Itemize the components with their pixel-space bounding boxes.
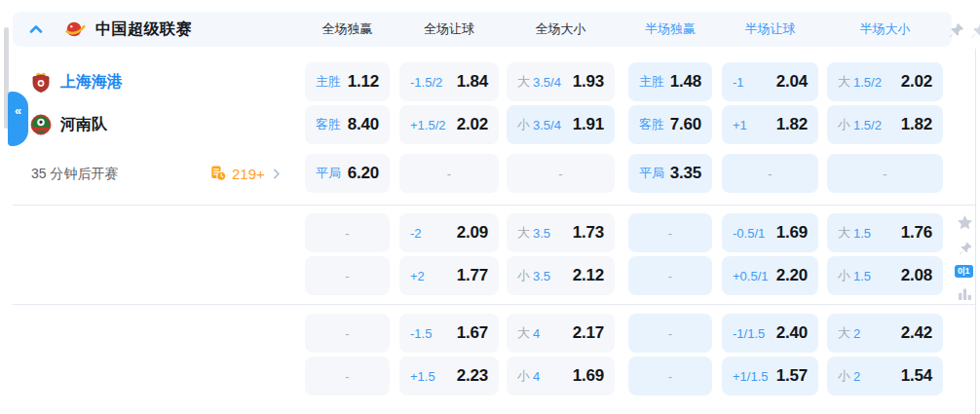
chevron-up-icon: [28, 21, 44, 37]
odds-cell-empty: -: [628, 213, 712, 252]
odds-row-alt-line: - -22.09 大3.51.73 - -0.5/11.69 大1.51.76: [13, 213, 952, 252]
odds-cell-empty: -: [628, 256, 712, 295]
column-header-half-1x2[interactable]: 半场独赢: [628, 12, 712, 47]
odds-cell-empty: -: [399, 154, 499, 193]
odds-cell-full-handicap-away[interactable]: +1.5/22.02: [399, 105, 499, 144]
kickoff-countdown: 35 分钟后开赛: [31, 166, 118, 183]
odds-cell-full-handicap-home[interactable]: -1.5/21.84: [399, 62, 499, 101]
column-header-full-overunder: 全场大小: [507, 12, 615, 47]
favorite-star-icon[interactable]: [956, 213, 974, 236]
score-corner-badge[interactable]: 0|1: [955, 265, 973, 278]
group-divider: [13, 205, 975, 206]
odds-cell-half-handicap-home[interactable]: -1/1.52.40: [722, 314, 818, 353]
home-team-pane[interactable]: 上海海港: [13, 62, 305, 101]
away-team-name[interactable]: 河南队: [60, 115, 107, 135]
league-header: 中国超级联赛 全场独赢 全场让球 全场大小 半场独赢 半场让球 半场大小: [13, 12, 952, 47]
column-header-full-1x2: 全场独赢: [305, 12, 390, 47]
home-team-name[interactable]: 上海海港: [60, 72, 123, 93]
odds-cell-empty: -: [827, 154, 943, 193]
match-info-pane: 35 分钟后开赛 219+: [13, 154, 305, 193]
odds-cell-empty: -: [305, 357, 390, 395]
odds-cell-half-over[interactable]: 大22.42: [827, 314, 943, 353]
odds-row-away: 河南队 客胜8.40 +1.5/22.02 小3.5/41.91 客胜7.60 …: [13, 105, 952, 144]
odds-cell-half-home-win[interactable]: 主胜1.48: [628, 62, 712, 101]
chevron-right-icon: [270, 168, 283, 180]
odds-cell-full-over[interactable]: 大3.5/41.93: [507, 62, 615, 101]
odds-cell-half-handicap-home[interactable]: -12.04: [722, 62, 818, 101]
odds-cell-full-handicap-away[interactable]: +21.77: [399, 256, 499, 295]
odds-cell-empty: -: [628, 314, 712, 353]
more-markets-link[interactable]: 219+: [208, 164, 283, 183]
odds-cell-full-away-win[interactable]: 客胜8.40: [305, 105, 390, 144]
group-divider: [13, 304, 975, 305]
stats-chart-icon[interactable]: [957, 285, 973, 306]
odds-row-draw: 35 分钟后开赛 219+ 平局6.20 - - 平局3.35 - -: [13, 154, 952, 193]
odds-cell-empty: -: [628, 357, 712, 395]
league-header-left: 中国超级联赛: [13, 12, 305, 47]
odds-row-alt-line: - +21.77 小3.52.12 - +0.5/12.20 小1.52.08: [13, 256, 952, 295]
markets-coin-icon: [208, 164, 228, 183]
odds-cell-full-home-win[interactable]: 主胜1.12: [305, 62, 390, 101]
odds-cell-empty: -: [305, 314, 390, 353]
away-team-pane[interactable]: 河南队: [13, 105, 305, 144]
collapse-league-button[interactable]: [28, 21, 44, 37]
odds-cell-full-handicap-away[interactable]: +1.52.23: [399, 357, 499, 395]
right-divider: [975, 49, 976, 414]
home-team-logo-icon: [29, 70, 53, 94]
league-logo-icon: [64, 19, 86, 40]
odds-row-alt-line: - -1.51.67 大42.17 - -1/1.52.40 大22.42: [13, 314, 952, 353]
odds-cell-half-handicap-home[interactable]: -0.5/11.69: [722, 213, 818, 252]
odds-cell-half-handicap-away[interactable]: +11.82: [722, 105, 818, 144]
odds-cell-full-over[interactable]: 大3.51.73: [507, 213, 615, 252]
column-header-half-overunder[interactable]: 半场大小: [827, 12, 943, 47]
pin-icon[interactable]: [969, 21, 980, 44]
odds-row-home: 上海海港 主胜1.12 -1.5/21.84 大3.5/41.93 主胜1.48…: [13, 62, 952, 101]
odds-cell-full-under-highlighted[interactable]: 小3.5/41.91: [507, 105, 615, 144]
pin-icon[interactable]: [958, 241, 973, 260]
pin-icon[interactable]: [947, 21, 965, 44]
odds-cell-empty: -: [507, 154, 615, 193]
odds-cell-half-under[interactable]: 小1.5/21.82: [827, 105, 943, 144]
odds-cell-empty: -: [305, 256, 390, 295]
odds-cell-half-draw[interactable]: 平局3.35: [628, 154, 712, 193]
odds-cell-half-under[interactable]: 小1.52.08: [827, 256, 943, 295]
away-team-logo-icon: [29, 113, 53, 136]
odds-cell-half-over[interactable]: 大1.5/22.02: [827, 62, 943, 101]
odds-cell-half-over[interactable]: 大1.51.76: [827, 213, 943, 252]
odds-cell-half-away-win[interactable]: 客胜7.60: [628, 105, 712, 144]
odds-cell-half-handicap-away[interactable]: +1/1.51.57: [722, 357, 818, 395]
column-header-full-handicap: 全场让球: [399, 12, 499, 47]
odds-cell-full-under[interactable]: 小41.69: [507, 357, 615, 395]
odds-cell-half-handicap-away[interactable]: +0.5/12.20: [722, 256, 818, 295]
markets-count: 219+: [232, 166, 265, 182]
odds-cell-full-draw[interactable]: 平局6.20: [305, 154, 390, 193]
odds-cell-full-handicap-home[interactable]: -1.51.67: [399, 314, 499, 353]
odds-cell-full-handicap-home[interactable]: -22.09: [399, 213, 499, 252]
odds-cell-empty: -: [722, 154, 818, 193]
odds-cell-empty: -: [305, 213, 390, 252]
odds-row-alt-line: - +1.52.23 小41.69 - +1/1.51.57 小21.54: [13, 357, 952, 395]
odds-cell-half-under[interactable]: 小21.54: [827, 357, 943, 395]
odds-cell-full-over[interactable]: 大42.17: [507, 314, 615, 353]
column-header-half-handicap[interactable]: 半场让球: [722, 12, 818, 47]
league-title: 中国超级联赛: [95, 19, 192, 40]
odds-cell-full-under[interactable]: 小3.52.12: [507, 256, 615, 295]
